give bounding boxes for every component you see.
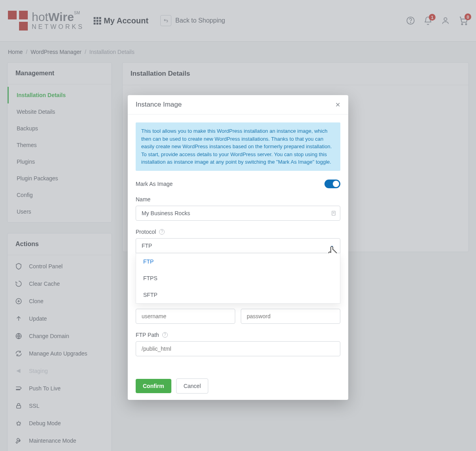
ftp-path-input[interactable] xyxy=(136,341,340,356)
confirm-button[interactable]: Confirm xyxy=(136,379,171,393)
help-icon[interactable]: ? xyxy=(159,229,165,235)
password-input[interactable] xyxy=(241,309,340,324)
dropdown-item-ftps[interactable]: FTPS xyxy=(136,270,340,287)
help-icon[interactable]: ? xyxy=(162,332,168,338)
username-input[interactable] xyxy=(136,309,235,324)
ftp-path-label: FTP Path xyxy=(136,332,159,338)
name-input[interactable] xyxy=(136,206,340,221)
protocol-label: Protocol xyxy=(136,229,156,235)
dropdown-item-sftp[interactable]: SFTP xyxy=(136,287,340,303)
protocol-dropdown: FTP FTPS SFTP xyxy=(136,253,340,304)
close-icon[interactable]: ✕ xyxy=(335,101,340,109)
mark-as-image-toggle[interactable] xyxy=(324,180,340,188)
mark-as-image-label: Mark As Image xyxy=(136,181,173,187)
instance-image-modal: Instance Image ✕ This tool allows you to… xyxy=(128,95,348,400)
cancel-button[interactable]: Cancel xyxy=(176,378,209,394)
name-label: Name xyxy=(136,196,340,203)
protocol-select[interactable]: FTP ⌄ xyxy=(136,238,340,253)
dropdown-item-ftp[interactable]: FTP xyxy=(136,253,340,270)
modal-title: Instance Image xyxy=(136,101,182,109)
input-note-icon xyxy=(331,210,336,216)
modal-info-text: This tool allows you to make this WordPr… xyxy=(136,122,340,171)
